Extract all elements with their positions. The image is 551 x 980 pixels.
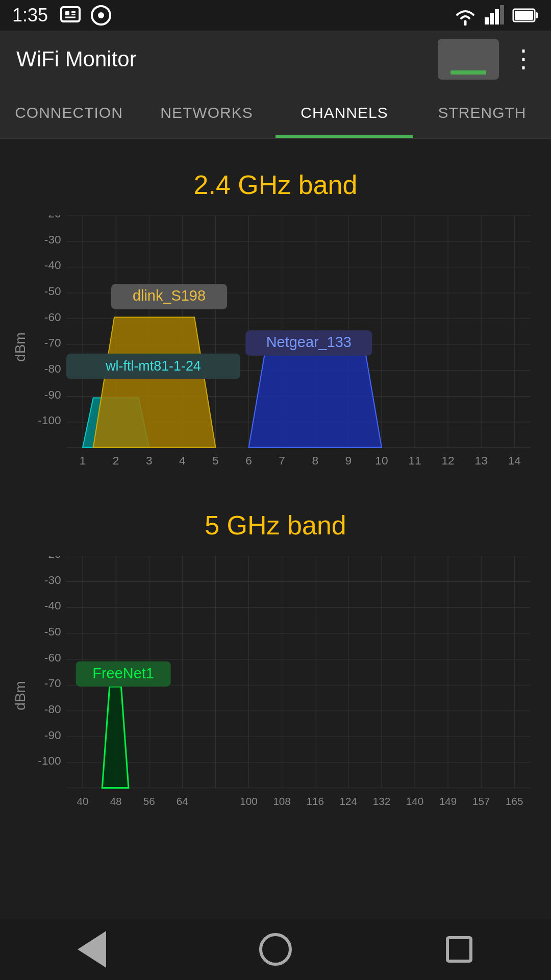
more-options-button[interactable]: ⋮	[511, 47, 535, 71]
svg-text:-20: -20	[44, 556, 61, 560]
svg-rect-13	[515, 11, 533, 20]
svg-text:8: 8	[312, 454, 318, 467]
svg-text:56: 56	[143, 795, 155, 806]
svg-text:157: 157	[472, 795, 490, 806]
svg-rect-10	[500, 5, 504, 24]
signal-icon	[484, 5, 506, 26]
network-netgear-shape	[249, 355, 382, 448]
band-24-title: 2.4 GHz band	[0, 159, 551, 215]
svg-text:-90: -90	[44, 388, 61, 401]
band-5-title: 5 GHz band	[0, 500, 551, 556]
svg-text:140: 140	[406, 795, 423, 806]
svg-text:5: 5	[212, 454, 219, 467]
svg-text:4: 4	[179, 454, 186, 467]
svg-text:132: 132	[373, 795, 390, 806]
app-icon-2	[89, 3, 113, 28]
app-bar-actions: ⋮	[438, 39, 535, 80]
tab-channels[interactable]: CHANNELS	[276, 88, 413, 138]
spacer	[0, 855, 551, 917]
band-24-chart: -20 -30 -40 -50 -60 -70 -80 -90 -100	[35, 215, 541, 479]
svg-rect-3	[71, 14, 76, 15]
status-time: 1:35	[12, 5, 48, 26]
tab-connection[interactable]: CONNECTION	[0, 88, 138, 138]
svg-text:-40: -40	[44, 599, 61, 612]
status-right-icons	[453, 5, 539, 26]
band-24-y-label: dBm	[10, 215, 31, 479]
svg-point-6	[98, 12, 104, 18]
svg-text:-80: -80	[44, 362, 61, 375]
svg-text:-80: -80	[44, 702, 61, 716]
svg-text:-20: -20	[44, 215, 61, 220]
svg-text:1: 1	[80, 454, 86, 467]
svg-text:-60: -60	[44, 650, 61, 664]
svg-text:-70: -70	[44, 336, 61, 349]
svg-text:-90: -90	[44, 728, 61, 741]
band-5-chart: -20 -30 -40 -50 -60 -70 -80 -90 -100	[35, 556, 541, 836]
tab-networks[interactable]: NETWORKS	[138, 88, 276, 138]
battery-icon	[512, 6, 539, 24]
recent-icon	[446, 936, 472, 963]
svg-text:100: 100	[240, 795, 257, 806]
nav-recent-button[interactable]	[439, 929, 480, 970]
status-bar: 1:35	[0, 0, 551, 31]
band-24-chart-wrapper: dBm -20	[0, 215, 551, 479]
svg-text:-100: -100	[38, 754, 61, 767]
svg-text:6: 6	[245, 454, 252, 467]
svg-text:64: 64	[177, 795, 188, 806]
svg-text:124: 124	[340, 795, 357, 806]
bottom-nav	[0, 919, 551, 980]
svg-text:165: 165	[506, 795, 523, 806]
svg-text:3: 3	[146, 454, 153, 467]
svg-rect-7	[485, 17, 489, 24]
svg-text:14: 14	[508, 454, 521, 467]
dlink-label: dlink_S198	[133, 287, 206, 304]
svg-rect-12	[536, 12, 538, 18]
app-bar: WiFi Monitor ⋮	[0, 31, 551, 88]
netgear-label: Netgear_133	[266, 334, 352, 350]
svg-text:108: 108	[273, 795, 290, 806]
svg-text:-100: -100	[38, 413, 61, 427]
app-title: WiFi Monitor	[16, 47, 137, 71]
svg-text:13: 13	[475, 454, 488, 467]
band-5-svg: -20 -30 -40 -50 -60 -70 -80 -90 -100	[35, 556, 541, 836]
svg-text:-50: -50	[44, 284, 61, 298]
status-left-icons	[58, 3, 113, 28]
svg-text:-40: -40	[44, 258, 61, 272]
svg-text:9: 9	[345, 454, 352, 467]
screenshot-button[interactable]	[438, 39, 499, 80]
nav-back-button[interactable]	[71, 929, 112, 970]
svg-text:-50: -50	[44, 625, 61, 638]
wifi-status-icon	[453, 5, 478, 26]
svg-text:40: 40	[77, 795, 89, 806]
svg-rect-8	[490, 13, 494, 24]
screenshot-btn-indicator	[450, 70, 486, 75]
svg-rect-2	[71, 11, 76, 13]
svg-rect-1	[65, 11, 69, 15]
band-24-section: 2.4 GHz band dBm	[0, 159, 551, 479]
notification-icon	[58, 3, 83, 28]
svg-text:48: 48	[110, 795, 122, 806]
home-icon	[259, 933, 292, 966]
band-5-chart-wrapper: dBm -20	[0, 556, 551, 836]
svg-rect-9	[495, 9, 499, 24]
svg-text:149: 149	[439, 795, 457, 806]
wl-label: wl-ftl-mt81-1-24	[105, 358, 201, 374]
svg-text:2: 2	[113, 454, 119, 467]
band-5-y-label: dBm	[10, 556, 31, 836]
svg-text:116: 116	[306, 795, 323, 806]
svg-text:7: 7	[279, 454, 285, 467]
back-icon	[78, 931, 106, 968]
svg-text:12: 12	[441, 454, 454, 467]
svg-rect-0	[61, 7, 80, 21]
svg-text:-30: -30	[44, 573, 61, 586]
tab-bar: CONNECTION NETWORKS CHANNELS STRENGTH	[0, 88, 551, 139]
nav-home-button[interactable]	[255, 929, 296, 970]
svg-text:-60: -60	[44, 310, 61, 324]
svg-text:-70: -70	[44, 676, 61, 690]
main-content: 2.4 GHz band dBm	[0, 139, 551, 927]
band-5-section: 5 GHz band dBm	[0, 500, 551, 836]
freenet1-label: FreeNet1	[92, 665, 154, 681]
svg-text:10: 10	[375, 454, 388, 467]
band-24-svg: -20 -30 -40 -50 -60 -70 -80 -90 -100	[35, 215, 541, 479]
tab-strength[interactable]: STRENGTH	[413, 88, 551, 138]
